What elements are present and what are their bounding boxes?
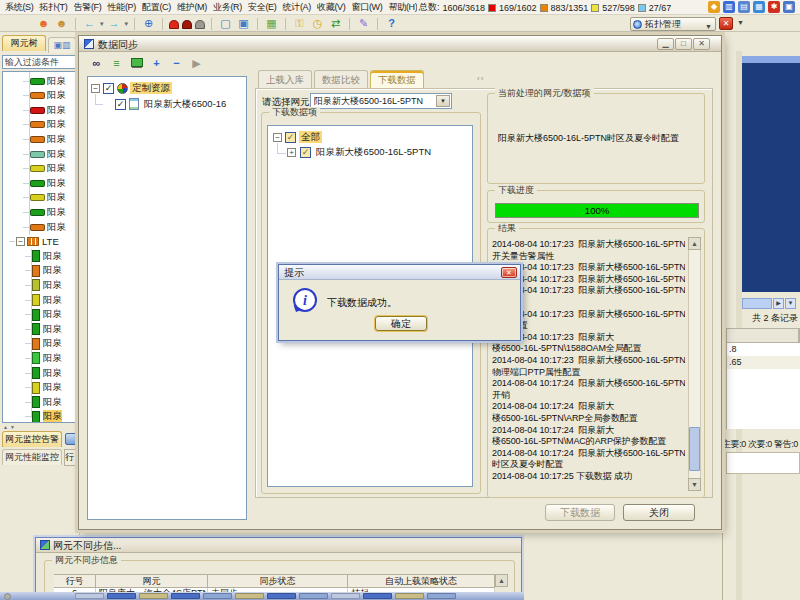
taskbar-button[interactable] bbox=[203, 593, 232, 599]
selection-icon[interactable]: ▦ bbox=[264, 17, 279, 31]
run-icon[interactable]: ▶ bbox=[189, 57, 204, 71]
taskbar-button[interactable] bbox=[395, 593, 424, 599]
back-caret-icon[interactable]: ▾ bbox=[100, 17, 104, 31]
ne-tree-item[interactable]: 阳泉 bbox=[25, 366, 78, 380]
scrollbar-thumb[interactable] bbox=[689, 427, 700, 471]
ne-tree-item[interactable]: 阳泉 bbox=[23, 205, 78, 219]
help-icon[interactable]: ? bbox=[384, 17, 399, 31]
menu-item[interactable]: 业务(R) bbox=[210, 1, 245, 14]
close-icon[interactable]: ✕ bbox=[501, 267, 517, 278]
dialog-titlebar[interactable]: 提示 ✕ bbox=[279, 265, 520, 280]
menu-item[interactable]: 统计(A) bbox=[280, 1, 315, 14]
ne-tree-item[interactable]: 阳泉 bbox=[23, 220, 78, 234]
ne-tree-item[interactable]: 阳泉 bbox=[25, 322, 78, 336]
alert-icon[interactable]: ✱ bbox=[768, 1, 780, 13]
scroll-up-icon[interactable]: ▲ bbox=[495, 574, 508, 587]
ne-tree-item[interactable]: 阳泉 bbox=[25, 249, 78, 263]
tab-upload[interactable]: 上载入库 bbox=[258, 70, 312, 88]
schedule-icon[interactable]: ◷ bbox=[310, 17, 325, 31]
alarm-critical-icon[interactable] bbox=[169, 20, 179, 29]
scroll-right-icon[interactable]: ▶ bbox=[773, 298, 784, 309]
tree-item-all[interactable]: 全部 bbox=[299, 131, 322, 143]
ne-tree-group-lte[interactable]: −LTE bbox=[9, 235, 78, 249]
tools-icon[interactable]: ✎ bbox=[356, 17, 371, 31]
taskbar-button[interactable] bbox=[299, 593, 328, 599]
list-icon[interactable]: ≡ bbox=[109, 57, 124, 71]
tab-compare[interactable]: 数据比较 bbox=[314, 70, 368, 88]
taskbar-button[interactable] bbox=[427, 593, 456, 599]
menu-item[interactable]: 帮助(H) bbox=[386, 1, 421, 14]
menu-item[interactable]: 收藏(V) bbox=[314, 1, 349, 14]
ne-tree-item[interactable]: 阳泉 bbox=[23, 191, 78, 205]
alarm-query-icon[interactable] bbox=[195, 20, 205, 29]
user-group-icon[interactable]: ☻ bbox=[54, 17, 69, 31]
sync-icon[interactable]: ⇄ bbox=[328, 17, 343, 31]
screen-icon[interactable]: ▣ bbox=[783, 1, 795, 13]
scroll-down-icon[interactable]: ▼ bbox=[688, 478, 701, 491]
remove-icon[interactable]: − bbox=[169, 57, 184, 71]
ne-tree-item[interactable]: 阳泉 bbox=[23, 103, 78, 117]
close-icon[interactable]: ✕ bbox=[693, 38, 710, 50]
ne-tree-item[interactable]: 阳泉 bbox=[25, 293, 78, 307]
tab-ne-performance-monitor[interactable]: 网元性能监控 bbox=[2, 449, 62, 465]
tree-item-custom-resource[interactable]: 定制资源 bbox=[130, 82, 172, 94]
taskbar-button[interactable] bbox=[75, 593, 104, 599]
close-view-button[interactable]: ✕ bbox=[719, 17, 733, 30]
ne-tree-item[interactable]: 阳泉 bbox=[23, 147, 78, 161]
tristate-checkbox[interactable]: ✓ bbox=[285, 132, 296, 143]
checkbox[interactable]: ✓ bbox=[103, 83, 114, 94]
key-icon[interactable]: ⚿ bbox=[292, 17, 307, 31]
collapse-icon[interactable]: − bbox=[273, 133, 282, 142]
close-button[interactable]: 关闭 bbox=[623, 504, 695, 521]
ne-tree-item[interactable]: 阳泉 bbox=[25, 381, 78, 395]
ok-button[interactable]: 确定 bbox=[375, 316, 427, 331]
ne-select-dropdown[interactable]: 阳泉新大楼6500-16L-5PTN ▼ bbox=[310, 93, 452, 109]
tab-ne-tree[interactable]: 网元树 bbox=[2, 35, 46, 51]
globe-icon[interactable]: ⊕ bbox=[141, 17, 156, 31]
column-header[interactable]: 同步状态 bbox=[208, 574, 348, 588]
ne-tree-item[interactable]: 阳泉 bbox=[23, 176, 78, 190]
tree-item-ne[interactable]: 阳泉新大楼6500-16L-5PTN bbox=[314, 146, 433, 158]
menu-item[interactable]: 窗口(W) bbox=[349, 1, 386, 14]
checkbox[interactable]: ✓ bbox=[115, 99, 126, 110]
alarm-sound-icon[interactable]: ◆ bbox=[708, 1, 720, 13]
forward-icon[interactable]: → bbox=[107, 17, 122, 31]
tristate-checkbox[interactable]: ✓ bbox=[300, 147, 311, 158]
column-header[interactable]: 自动上载策略状态 bbox=[348, 574, 495, 588]
window-titlebar[interactable]: 网元不同步信... bbox=[36, 538, 521, 553]
scroll-up-icon[interactable]: ▲ bbox=[688, 237, 701, 250]
ne-tree-item[interactable]: 阳泉 bbox=[23, 118, 78, 132]
ne-tree-item[interactable]: 阳泉 bbox=[25, 264, 78, 278]
user-add-icon[interactable]: ☻ bbox=[36, 17, 51, 31]
bar-chart-icon[interactable]: ▥ bbox=[723, 1, 735, 13]
collapse-icon[interactable]: − bbox=[91, 84, 100, 93]
monitor-icon[interactable] bbox=[129, 57, 144, 71]
expand-icon[interactable]: + bbox=[287, 148, 296, 157]
start-icon[interactable] bbox=[4, 593, 11, 600]
chevron-down-icon[interactable]: ▼ bbox=[436, 95, 450, 107]
filter-input[interactable]: 输入过滤条件 bbox=[2, 55, 76, 69]
column-header[interactable]: 网元 bbox=[96, 574, 208, 588]
tree-item-ne[interactable]: 阳泉新大楼6500-16 bbox=[142, 98, 228, 110]
ne-tree-item[interactable]: 阳泉 bbox=[25, 395, 78, 409]
ne-tree-item[interactable]: 阳泉 bbox=[23, 162, 78, 176]
menu-item[interactable]: 安全(E) bbox=[245, 1, 280, 14]
collapse-icon[interactable]: − bbox=[16, 237, 25, 246]
menu-item[interactable]: 拓扑(T) bbox=[37, 1, 71, 14]
dialog-titlebar[interactable]: 数据同步 ▁ □ ✕ bbox=[79, 36, 721, 52]
panel-icon[interactable] bbox=[65, 433, 77, 445]
back-icon[interactable]: ← bbox=[82, 17, 97, 31]
ne-tree-item[interactable]: 阳泉 bbox=[25, 410, 78, 423]
ne-tree-item[interactable]: 阳泉 bbox=[25, 351, 78, 365]
taskbar-button[interactable] bbox=[171, 593, 200, 599]
unsync-table-header[interactable]: 行号网元同步状态自动上载策略状态 bbox=[54, 574, 509, 588]
taskbar-button[interactable] bbox=[139, 593, 168, 599]
splitter-handle[interactable]: ▲▼ bbox=[3, 424, 17, 430]
taskbar[interactable] bbox=[0, 592, 524, 600]
topology-view-selector[interactable]: 拓扑管理 ▼ bbox=[630, 17, 716, 31]
scroll-down-icon[interactable]: ▼ bbox=[785, 298, 796, 309]
ne-tree-item[interactable]: 阳泉 bbox=[23, 74, 78, 88]
menu-item[interactable]: 维护(M) bbox=[174, 1, 210, 14]
ne-tree-item[interactable]: 阳泉 bbox=[23, 132, 78, 146]
ne-tree-item[interactable]: 阳泉 bbox=[25, 278, 78, 292]
